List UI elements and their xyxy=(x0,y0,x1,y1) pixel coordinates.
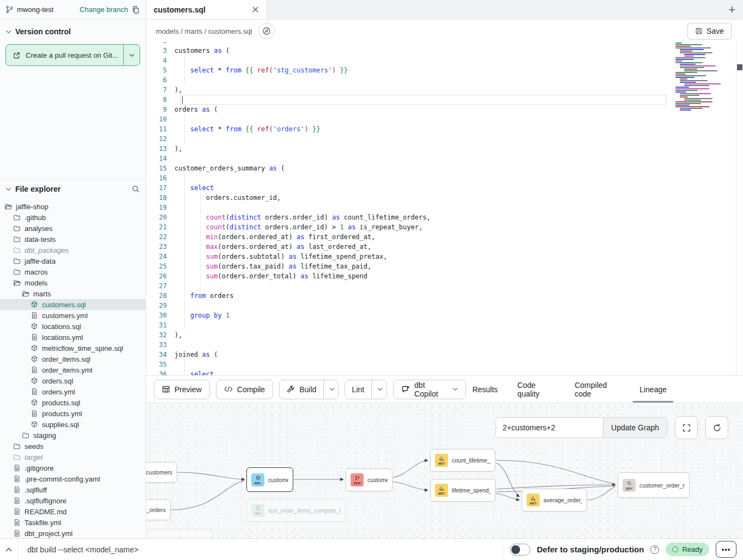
fullscreen-icon[interactable] xyxy=(675,416,698,439)
tree-item-readme-md[interactable]: README.md xyxy=(0,506,146,517)
code-line-5[interactable]: 5 select * from {{ ref('stg_customers') … xyxy=(146,65,743,75)
caret-up-icon[interactable] xyxy=(0,539,18,560)
tree-item--sqlfluffignore[interactable]: .sqlfluffignore xyxy=(0,495,146,506)
lint-dropdown[interactable] xyxy=(371,380,387,399)
dbt-copilot-button[interactable]: dbt Copilot xyxy=(393,380,466,399)
tree-item-jaffle-shop[interactable]: jaffle-shop xyxy=(0,201,146,212)
code-line-23[interactable]: 23 max(orders.ordered_at) as last_ordere… xyxy=(146,242,743,252)
code-line-32[interactable]: 32), xyxy=(146,330,743,340)
tree-item--pre-commit-config-yaml[interactable]: .pre-commit-config.yaml xyxy=(0,473,146,484)
code-line-16[interactable]: 16 xyxy=(146,173,743,183)
lineage-node-partial[interactable] xyxy=(147,529,213,538)
tree-item-products-sql[interactable]: products.sql xyxy=(0,397,146,408)
tree-item-metricflow-time-spine-sql[interactable]: metricflow_time_spine.sql xyxy=(0,343,146,354)
compile-button[interactable]: Compile xyxy=(216,380,273,399)
create-pr-dropdown[interactable] xyxy=(123,45,140,65)
tree-item-taskfile-yml[interactable]: Taskfile.yml xyxy=(0,517,146,528)
code-line-19[interactable]: 19 xyxy=(146,203,743,212)
tab-lineage[interactable]: Lineage xyxy=(639,376,667,403)
code-line-14[interactable]: 14 xyxy=(146,154,743,163)
code-line-33[interactable]: 33 xyxy=(146,340,743,350)
code-editor[interactable]: 23customers as (45 select * from {{ ref(… xyxy=(146,42,743,375)
save-button[interactable]: Save xyxy=(687,23,732,40)
tree-item--sqlfluff[interactable]: .sqlfluff xyxy=(0,484,146,495)
tree-item-dbt-packages[interactable]: dbt_packages xyxy=(0,245,146,255)
code-line-26[interactable]: 26 sum(orders.order_total) as lifetime_s… xyxy=(146,271,743,281)
create-pr-button[interactable]: Create a pull request on Git... xyxy=(5,44,140,66)
code-line-9[interactable]: 9orders as ( xyxy=(146,105,743,114)
copy-icon[interactable] xyxy=(131,5,140,14)
lineage-node-test-order-items-compute-to-bools-[interactable]: TSTtest_order_items_compute_to_bools... xyxy=(246,499,346,522)
close-icon[interactable] xyxy=(252,6,259,13)
tree-item--github[interactable]: .github xyxy=(0,212,146,223)
change-branch-link[interactable]: Change branch xyxy=(80,5,128,14)
refresh-icon[interactable] xyxy=(705,416,728,439)
lineage-node-customers[interactable]: SEMcustomers xyxy=(346,468,392,491)
more-menu-button[interactable]: ••• xyxy=(716,541,736,558)
tab-compiled-code[interactable]: Compiled code xyxy=(575,376,620,403)
code-line-30[interactable]: 30 group by 1 xyxy=(146,311,743,320)
code-line-13[interactable]: 13), xyxy=(146,144,743,154)
build-button[interactable]: Build xyxy=(280,380,323,399)
tree-item-seeds[interactable]: seeds xyxy=(0,441,146,452)
lineage-node-average-order-value[interactable]: METaverage_order_value xyxy=(522,489,587,512)
code-line-22[interactable]: 22 min(orders.ordered_at) as first_order… xyxy=(146,232,743,242)
update-graph-button[interactable]: Update Graph xyxy=(603,418,667,437)
code-line-28[interactable]: 28 from orders xyxy=(146,291,743,301)
lineage-node-lifetime-spend-pretax[interactable]: METlifetime_spend_pretax xyxy=(430,479,496,502)
code-line-29[interactable]: 29 xyxy=(146,301,743,311)
tree-item-order-items-yml[interactable]: order_items.yml xyxy=(0,364,146,375)
code-line-11[interactable]: 11 select * from {{ ref('orders') }} xyxy=(146,124,743,134)
code-line-8[interactable]: 8 xyxy=(146,95,743,105)
code-line-20[interactable]: 20 count(distinct orders.order_id) as co… xyxy=(146,212,743,222)
tree-item-customers-sql[interactable]: customers.sql xyxy=(0,299,146,310)
scrollbar-thumb[interactable] xyxy=(737,64,742,70)
code-line-6[interactable]: 6 xyxy=(146,75,743,85)
tree-item-staging[interactable]: staging xyxy=(0,430,146,441)
status-badge[interactable]: Ready xyxy=(666,543,709,556)
tree-item-locations-sql[interactable]: locations.sql xyxy=(0,321,146,332)
code-line-17[interactable]: 17 select xyxy=(146,183,743,193)
lineage-node-stg-orders[interactable]: stg_orders xyxy=(146,500,171,520)
tab-code-quality[interactable]: Code quality xyxy=(517,376,555,403)
code-line-27[interactable]: 27 xyxy=(146,281,743,291)
tab-results[interactable]: Results xyxy=(472,376,498,403)
tree-item-data-tests[interactable]: data-tests xyxy=(0,234,146,245)
tree-item-customers-yml[interactable]: customers.yml xyxy=(0,310,146,321)
compass-icon[interactable] xyxy=(258,23,275,39)
code-line-3[interactable]: 3customers as ( xyxy=(146,46,743,56)
chevron-down-icon[interactable] xyxy=(5,29,11,35)
code-line-7[interactable]: 7), xyxy=(146,85,743,95)
tree-item--gitignore[interactable]: .gitignore xyxy=(0,462,146,473)
code-line-21[interactable]: 21 count(distinct orders.order_id) > 1 a… xyxy=(146,222,743,232)
tree-item-macros[interactable]: macros xyxy=(0,266,146,277)
code-line-15[interactable]: 15customer_orders_summary as ( xyxy=(146,163,743,173)
tree-item-marts[interactable]: marts xyxy=(0,288,146,299)
lineage-node-customers[interactable]: MDLcustomers xyxy=(246,467,293,492)
search-icon[interactable] xyxy=(131,185,140,193)
code-line-36[interactable]: 36 select xyxy=(146,369,743,375)
tree-item-dbt-project-yml[interactable]: dbt_project.yml xyxy=(0,528,146,539)
lineage-node-count-lifetime-orders[interactable]: METcount_lifetime_orders xyxy=(430,449,496,472)
command-input[interactable]: dbt build --select <model_name> xyxy=(27,545,138,554)
tree-item-analyses[interactable]: analyses xyxy=(0,223,146,234)
tree-item-order-items-sql[interactable]: order_items.sql xyxy=(0,354,146,364)
tree-item-target[interactable]: target xyxy=(0,452,146,462)
preview-button[interactable]: Preview xyxy=(154,380,210,399)
code-line-12[interactable]: 12 xyxy=(146,134,743,144)
new-tab-button[interactable]: + xyxy=(728,4,735,16)
chevron-down-icon[interactable] xyxy=(5,186,11,192)
code-line-35[interactable]: 35 xyxy=(146,360,743,369)
build-dropdown[interactable] xyxy=(323,380,338,399)
lineage-filter-input[interactable] xyxy=(496,418,603,437)
tree-item-orders-sql[interactable]: orders.sql xyxy=(0,375,146,386)
code-line-34[interactable]: 34joined as ( xyxy=(146,350,743,360)
lint-button[interactable]: Lint xyxy=(345,380,372,399)
lineage-node-customer-order-metrics[interactable]: QRYcustomer_order_metrics xyxy=(618,472,690,498)
code-line-10[interactable]: 10 xyxy=(146,114,743,124)
lineage-node-stg-customers[interactable]: stg_customers xyxy=(146,462,177,483)
code-line-24[interactable]: 24 sum(orders.subtotal) as lifetime_spen… xyxy=(146,252,743,261)
tab-customers-sql[interactable]: customers.sql xyxy=(146,0,267,19)
code-line-25[interactable]: 25 sum(orders.tax_paid) as lifetime_tax_… xyxy=(146,261,743,271)
code-line-18[interactable]: 18 orders.customer_id, xyxy=(146,193,743,203)
